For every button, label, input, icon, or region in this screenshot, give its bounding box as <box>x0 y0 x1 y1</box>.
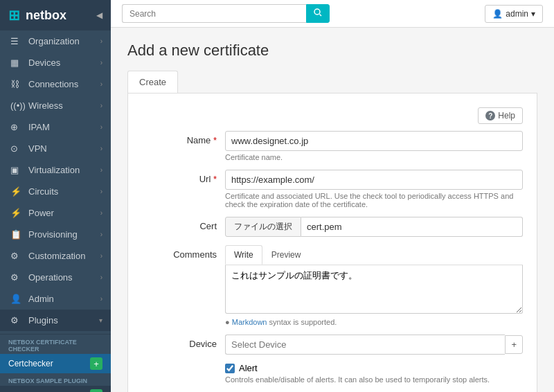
svg-line-1 <box>320 15 322 17</box>
url-row: Url * Certificate and associated URL. Us… <box>142 170 523 208</box>
device-select[interactable] <box>225 335 505 355</box>
chevron-right-icon: › <box>100 37 102 45</box>
ipam-icon: ⊕ <box>10 122 23 132</box>
cert-field: ファイルの選択 cert.pem <box>225 217 523 237</box>
comments-textarea[interactable]: これはサンプルの証明書です。 <box>225 265 523 314</box>
chevron-down-icon: ▾ <box>99 317 102 324</box>
admin-icon: 👤 <box>10 294 23 304</box>
sidebar-item-virtualization[interactable]: ▣ Virtualization › <box>0 159 111 181</box>
main-area: 👤 admin ▾ Add a new certificate Create ?… <box>111 0 554 392</box>
operations-icon: ⚙ <box>10 272 23 283</box>
comments-tabs: Write Preview <box>225 245 523 265</box>
form-tabs: Create <box>127 71 537 93</box>
comments-label: Comments <box>142 245 225 260</box>
chevron-right-icon: › <box>100 80 102 88</box>
virtualization-icon: ▣ <box>10 165 23 175</box>
connections-icon: ⛓ <box>10 79 23 89</box>
chevron-right-icon: › <box>100 188 102 195</box>
organization-icon: ☰ <box>10 36 23 46</box>
logo-icon: ⊞ <box>8 7 20 24</box>
alert-row: Alert Controls enable/disable of alerts.… <box>142 363 523 384</box>
chevron-right-icon: › <box>100 166 102 174</box>
comments-row: Comments Write Preview これはサンプルの証明書です。 ● … <box>142 245 523 326</box>
name-field: Certificate name. <box>225 131 523 161</box>
help-icon: ? <box>485 111 495 121</box>
page-title: Add a new certificate <box>127 42 537 60</box>
file-select-button[interactable]: ファイルの選択 <box>225 217 301 237</box>
svg-point-0 <box>314 9 320 15</box>
chevron-right-icon: › <box>100 274 102 281</box>
chevron-right-icon: › <box>100 123 102 131</box>
tab-write[interactable]: Write <box>225 245 262 265</box>
chevron-right-icon: › <box>100 252 102 260</box>
alert-field: Alert Controls enable/disable of alerts.… <box>225 363 523 384</box>
cert-row: Cert ファイルの選択 cert.pem <box>142 217 523 237</box>
sidebar-item-circuits[interactable]: ⚡ Circuits › <box>0 181 111 202</box>
sidebar-item-plugins[interactable]: ⚙ Plugins ▾ <box>0 310 111 331</box>
markdown-link[interactable]: Markdown <box>232 318 267 326</box>
form-panel: ? Help Name * Certificate name. Url * <box>127 93 537 392</box>
sidebar-item-operations[interactable]: ⚙ Operations › <box>0 267 111 288</box>
sidebar-item-wireless[interactable]: ((•)) Wireless › <box>0 95 111 116</box>
sidebar-logo[interactable]: ⊞ netbox ◀ <box>0 0 111 30</box>
sidebar-item-power[interactable]: ⚡ Power › <box>0 202 111 224</box>
sidebar-collapse-icon[interactable]: ◀ <box>96 10 102 20</box>
sidebar-item-customization[interactable]: ⚙ Customization › <box>0 245 111 267</box>
device-select-container: + <box>225 335 523 355</box>
topbar: 👤 admin ▾ <box>111 0 554 28</box>
chevron-right-icon: › <box>100 59 102 66</box>
url-hint: Certificate and associated URL. Use the … <box>225 192 523 208</box>
device-field: + <box>225 335 523 355</box>
search-button[interactable] <box>306 4 330 23</box>
sample-add-button[interactable]: + <box>90 389 102 392</box>
plugins-section: NETBOX CERTIFICATE CHECKER Certchecker +… <box>0 334 111 392</box>
alert-label: Alert <box>239 363 258 373</box>
sidebar-item-certchecker[interactable]: Certchecker + <box>0 354 111 373</box>
search-box <box>122 4 330 23</box>
cert-upload-row: ファイルの選択 cert.pem <box>225 217 523 237</box>
sidebar-item-provisioning[interactable]: 📋 Provisioning › <box>0 224 111 245</box>
sidebar-item-sample[interactable]: Sample + <box>0 386 111 392</box>
sample-plugin-section-header: NETBOX SAMPLE PLUGIN <box>0 373 111 386</box>
devices-icon: ▦ <box>10 57 23 68</box>
sidebar-item-ipam[interactable]: ⊕ IPAM › <box>0 116 111 138</box>
wireless-icon: ((•)) <box>10 100 23 111</box>
sidebar-item-connections[interactable]: ⛓ Connections › <box>0 73 111 95</box>
help-button[interactable]: ? Help <box>478 107 523 124</box>
device-add-button[interactable]: + <box>505 335 523 354</box>
chevron-right-icon: › <box>100 209 102 217</box>
comments-field: Write Preview これはサンプルの証明書です。 ● Markdown … <box>225 245 523 326</box>
chevron-right-icon: › <box>100 295 102 303</box>
name-hint: Certificate name. <box>225 153 523 161</box>
cert-label: Cert <box>142 217 225 231</box>
name-label: Name * <box>142 131 225 145</box>
url-input[interactable] <box>225 170 523 190</box>
admin-chevron-icon: ▾ <box>531 9 535 19</box>
power-icon: ⚡ <box>10 208 23 218</box>
url-label: Url * <box>142 170 225 184</box>
tab-preview[interactable]: Preview <box>262 245 310 265</box>
plugins-icon: ⚙ <box>10 315 23 326</box>
device-row: Device + <box>142 335 523 355</box>
sidebar-item-admin[interactable]: 👤 Admin › <box>0 288 111 310</box>
cert-filename: cert.pem <box>301 217 523 237</box>
alert-checkbox[interactable] <box>225 364 235 373</box>
user-icon: 👤 <box>492 9 503 19</box>
vpn-icon: ⊙ <box>10 143 23 154</box>
search-input[interactable] <box>122 4 306 23</box>
tab-create[interactable]: Create <box>127 71 178 93</box>
sidebar-item-vpn[interactable]: ⊙ VPN › <box>0 138 111 159</box>
customization-icon: ⚙ <box>10 251 23 261</box>
sidebar: ⊞ netbox ◀ ☰ Organization › ▦ Devices › … <box>0 0 111 392</box>
certchecker-section-header: NETBOX CERTIFICATE CHECKER <box>0 335 111 354</box>
device-label: Device <box>142 335 225 349</box>
markdown-hint: ● Markdown syntax is supported. <box>225 318 523 326</box>
sidebar-item-devices[interactable]: ▦ Devices › <box>0 52 111 73</box>
logo-text: netbox <box>26 8 66 23</box>
chevron-right-icon: › <box>100 102 102 109</box>
sidebar-item-organization[interactable]: ☰ Organization › <box>0 30 111 52</box>
name-input[interactable] <box>225 131 523 151</box>
admin-button[interactable]: 👤 admin ▾ <box>485 5 543 23</box>
certchecker-add-button[interactable]: + <box>90 357 102 370</box>
chevron-right-icon: › <box>100 231 102 238</box>
